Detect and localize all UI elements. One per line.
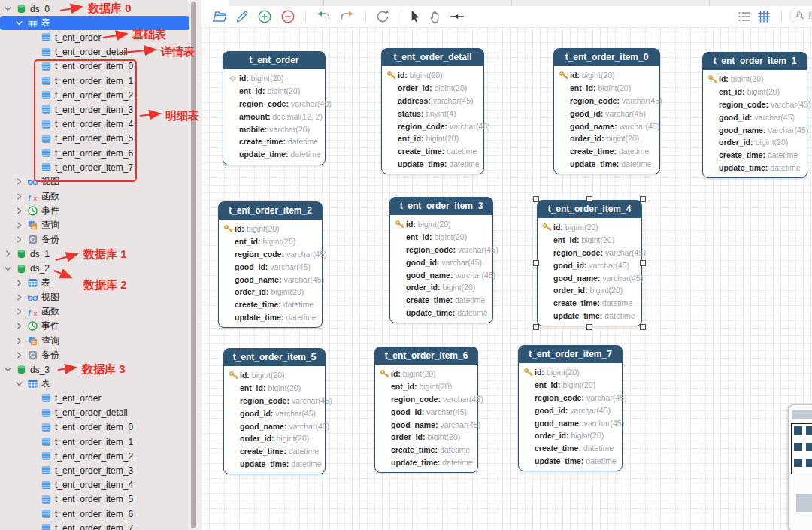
minimap-table-tile [794, 426, 802, 435]
field-name: ent_id [406, 232, 432, 241]
field-type: bigint(20) [277, 434, 310, 443]
field-name: good_name [406, 271, 453, 280]
minimap-viewport[interactable] [791, 423, 812, 474]
field-type: bigint(20) [252, 371, 285, 380]
field-row-good_name: good_namevarchar(45) [522, 416, 618, 429]
field-row-id: idbigint(20) [378, 368, 474, 380]
field-type: bigint(20) [410, 71, 443, 80]
field-row-good_id: good_idvarchar(45) [557, 107, 656, 120]
field-name: order_id [391, 432, 426, 441]
field-row-order_id: order_idbigint(20) [706, 136, 803, 149]
field-name: good_id [719, 113, 752, 122]
field-name: ent_id [398, 134, 423, 143]
selection-handle[interactable] [640, 324, 646, 330]
primary-key-icon [386, 71, 396, 80]
field-type: bigint(20) [581, 235, 614, 244]
field-name: good_id [240, 409, 273, 418]
field-row-id: idbigint(20) [226, 72, 321, 85]
annotation-base-table: 基础表 [132, 28, 166, 42]
field-type: datetime [619, 147, 649, 156]
annotation-item-tables: 明细表 [165, 109, 199, 123]
selection-handle[interactable] [640, 196, 646, 202]
primary-key-icon [523, 368, 533, 377]
primary-key-icon [559, 71, 568, 80]
field-type: varchar(45) [589, 261, 629, 270]
field-type: bigint(20) [271, 287, 304, 296]
selection-handle[interactable] [533, 196, 539, 202]
field-name: ent_id [553, 235, 579, 244]
field-type: bigint(20) [251, 74, 284, 83]
diamond-key-icon [228, 74, 238, 83]
selection-handle[interactable] [586, 324, 592, 330]
field-row-create_time: create_timedatetime [222, 298, 318, 311]
selection-handle[interactable] [640, 260, 646, 266]
table-card-t_ent_order_item_7[interactable]: t_ent_order_item_7idbigint(20)ent_idbigi… [518, 345, 623, 471]
field-type: bigint(20) [598, 83, 631, 92]
field-row-region_code: region_codevarchar(45) [557, 95, 656, 108]
field-name: update_time [553, 311, 602, 320]
annotation-db1: 数据库 1 [83, 247, 127, 262]
field-name: region_code [235, 250, 284, 259]
field-name: good_id [406, 258, 439, 267]
field-row-create_time: create_timedatetime [393, 294, 489, 307]
minimap-titlebar [792, 410, 812, 419]
table-card-t_ent_order_item_4[interactable]: t_ent_order_item_4idbigint(20)ent_idbigi… [537, 200, 642, 326]
field-row-ent_id: ent_idbigint(20) [393, 231, 489, 244]
field-row-update_time: update_timedatetime [541, 310, 638, 323]
field-row-ent_id: ent_idbigint(20) [385, 132, 480, 145]
field-name: id [406, 220, 416, 229]
table-card-title: t_ent_order_item_4 [538, 201, 641, 218]
field-type: decimal(12, 2) [272, 112, 323, 121]
table-card-title: t_ent_order_item_7 [519, 346, 622, 363]
annotation-box-item-tables [34, 59, 137, 182]
selection-handle[interactable] [533, 260, 539, 266]
minimap-table-tile [806, 459, 812, 467]
field-row-create_time: create_timedatetime [378, 444, 474, 456]
table-card-t_ent_order_detail[interactable]: t_ent_order_detailidbigint(20)order_idbi… [381, 48, 484, 174]
selection-handle[interactable] [533, 324, 539, 330]
field-name: create_time [570, 147, 617, 156]
field-row-update_time: update_timedatetime [378, 456, 474, 469]
field-name: id [570, 71, 580, 80]
field-row-update_time: update_timedatetime [393, 307, 489, 320]
selection-handle[interactable] [586, 196, 592, 202]
table-card-t_ent_order_item_5[interactable]: t_ent_order_item_5idbigint(20)ent_idbigi… [223, 348, 326, 474]
field-name: good_name [240, 422, 286, 431]
primary-key-icon [395, 220, 404, 229]
field-row-order_id: order_idbigint(20) [522, 429, 618, 442]
field-type: varchar(45) [458, 245, 498, 254]
field-row-order_id: order_idbigint(20) [557, 132, 656, 145]
field-row-create_time: create_timedatetime [522, 442, 618, 455]
field-type: datetime [604, 311, 635, 320]
field-name: order_id [719, 138, 753, 147]
field-row-region_code: region_codevarchar(45) [222, 248, 318, 261]
table-card-t_ent_order_item_3[interactable]: t_ent_order_item_3idbigint(20)ent_idbigi… [389, 197, 493, 323]
table-card-t_ent_order[interactable]: t_ent_orderidbigint(20)ent_idbigint(20)r… [223, 51, 326, 165]
field-row-region_code: region_codevarchar(45) [541, 247, 638, 259]
field-type: varchar(45) [270, 262, 311, 271]
field-row-ent_id: ent_idbigint(20) [222, 235, 318, 248]
field-type: tinyint(4) [426, 109, 456, 118]
field-name: good_name [535, 419, 581, 428]
field-type: bigint(20) [426, 134, 459, 143]
field-row-good_id: good_idvarchar(45) [393, 256, 489, 268]
table-card-t_ent_order_item_0[interactable]: t_ent_order_item_0idbigint(20)ent_idbigi… [553, 48, 660, 174]
minimap-panel[interactable] [788, 404, 812, 530]
field-name: update_time [535, 456, 583, 465]
field-type: varchar(45) [602, 274, 643, 283]
field-type: bigint(20) [582, 71, 615, 80]
field-row-good_id: good_idvarchar(45) [222, 260, 318, 273]
field-type: datetime [447, 147, 477, 156]
minimap-table-tile [806, 443, 812, 451]
field-name: id [240, 371, 250, 380]
table-card-t_ent_order_item_6[interactable]: t_ent_order_item_6idbigint(20)ent_idbigi… [374, 347, 478, 473]
field-row-create_time: create_timedatetime [706, 149, 803, 162]
table-card-t_ent_order_item_2[interactable]: t_ent_order_item_2idbigint(20)ent_idbigi… [218, 201, 323, 328]
field-row-update_time: update_timedatetime [706, 162, 803, 174]
field-row-ent_id: ent_idbigint(20) [706, 86, 803, 98]
table-card-t_ent_order_item_1[interactable]: t_ent_order_item_1idbigint(20)ent_idbigi… [702, 52, 807, 178]
field-name: amount [239, 112, 270, 121]
field-type: varchar(45) [768, 126, 808, 135]
field-row-ent_id: ent_idbigint(20) [226, 85, 321, 98]
field-type: datetime [449, 159, 479, 168]
